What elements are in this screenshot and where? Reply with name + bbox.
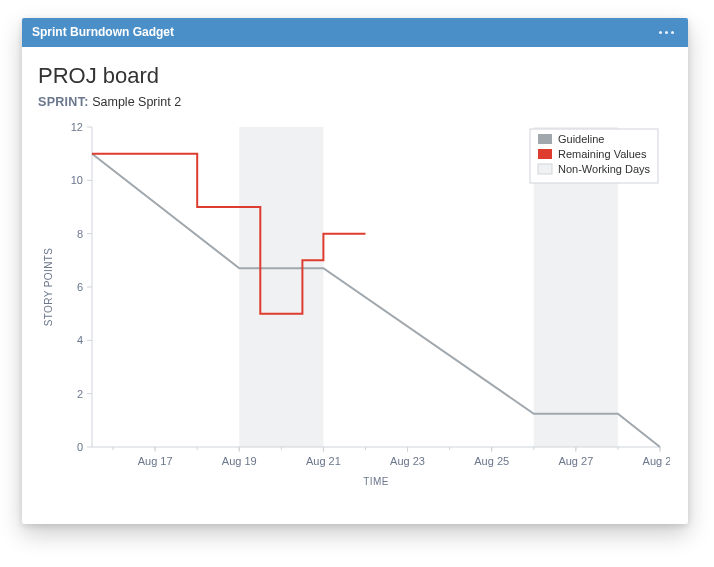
- y-tick-label: 4: [77, 334, 83, 346]
- chart-legend: GuidelineRemaining ValuesNon-Working Day…: [530, 129, 658, 183]
- legend-label: Guideline: [558, 133, 604, 145]
- y-tick-label: 8: [77, 228, 83, 240]
- x-tick-label: Aug 27: [558, 455, 593, 467]
- board-title: PROJ board: [38, 63, 672, 89]
- x-tick-label: Aug 17: [138, 455, 173, 467]
- y-tick-label: 6: [77, 281, 83, 293]
- y-tick-label: 10: [71, 174, 83, 186]
- sprint-line: SPRINT: Sample Sprint 2: [38, 95, 672, 109]
- legend-label: Remaining Values: [558, 148, 647, 160]
- x-tick-label: Aug 21: [306, 455, 341, 467]
- x-tick-label: Aug 29: [643, 455, 670, 467]
- y-axis-title: STORY POINTS: [43, 248, 54, 327]
- sprint-burndown-gadget: Sprint Burndown Gadget PROJ board SPRINT…: [22, 18, 688, 524]
- y-tick-label: 2: [77, 388, 83, 400]
- gadget-title: Sprint Burndown Gadget: [32, 18, 174, 47]
- burndown-chart: 024681012Aug 17Aug 19Aug 21Aug 23Aug 25A…: [38, 115, 670, 495]
- legend-swatch: [538, 149, 552, 159]
- y-tick-label: 0: [77, 441, 83, 453]
- x-tick-label: Aug 23: [390, 455, 425, 467]
- non-working-band: [239, 127, 323, 447]
- legend-swatch: [538, 134, 552, 144]
- legend-label: Non-Working Days: [558, 163, 651, 175]
- gadget-menu-button[interactable]: [655, 27, 678, 38]
- sprint-field-label: SPRINT:: [38, 95, 89, 109]
- y-tick-label: 12: [71, 121, 83, 133]
- x-axis-title: TIME: [363, 476, 389, 487]
- x-tick-label: Aug 19: [222, 455, 257, 467]
- x-tick-label: Aug 25: [474, 455, 509, 467]
- remaining-values-line: [92, 154, 366, 314]
- gadget-header: Sprint Burndown Gadget: [22, 18, 688, 47]
- sprint-name: Sample Sprint 2: [92, 95, 181, 109]
- legend-swatch: [538, 164, 552, 174]
